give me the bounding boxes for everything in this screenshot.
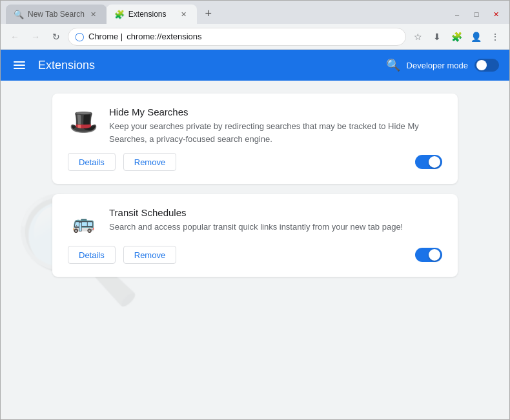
tab-extensions[interactable]: 🧩 Extensions ✕ — [107, 5, 197, 24]
menu-button[interactable]: ⋮ — [486, 28, 504, 46]
minimize-button[interactable]: – — [449, 8, 465, 20]
chrome-icon: ◯ — [75, 32, 85, 41]
transit-schedules-details-button[interactable]: Details — [68, 246, 116, 264]
developer-mode-toggle[interactable] — [474, 59, 499, 72]
hide-my-searches-desc: Keep your searches private by redirectin… — [109, 120, 442, 145]
hamburger-line-1 — [14, 61, 25, 63]
extensions-content: 🔍 FISH.COM 🎩 Hide My Searches Keep your … — [1, 81, 509, 419]
hide-my-searches-toggle-knob — [429, 156, 440, 168]
transit-schedules-icon-wrap: 🚌 — [68, 207, 99, 238]
dev-mode-section: 🔍 Developer mode — [386, 58, 499, 72]
tab-new-tab-search[interactable]: 🔍 New Tab Search ✕ — [6, 5, 107, 24]
transit-schedules-toggle-wrap — [415, 248, 442, 262]
nav-actions: ☆ ⬇ 🧩 👤 ⋮ — [409, 28, 504, 46]
title-bar: 🔍 New Tab Search ✕ 🧩 Extensions ✕ + – □ … — [1, 1, 509, 24]
navigation-bar: ← → ↻ ◯ Chrome | chrome://extensions ☆ ⬇… — [1, 24, 509, 50]
hide-my-searches-icon-wrap: 🎩 — [68, 106, 99, 137]
extensions-header: Extensions 🔍 Developer mode — [1, 50, 509, 81]
tab-search-icon: 🔍 — [14, 10, 24, 19]
maximize-button[interactable]: □ — [468, 8, 485, 20]
address-prefix: Chrome | — [88, 32, 123, 41]
tab-new-tab-search-label: New Tab Search — [28, 10, 85, 19]
transit-schedules-name: Transit Schedules — [109, 207, 442, 218]
hide-my-searches-info: Hide My Searches Keep your searches priv… — [109, 106, 442, 145]
hamburger-menu-button[interactable] — [11, 59, 28, 72]
window-controls: – □ ✕ — [449, 8, 504, 20]
close-button[interactable]: ✕ — [487, 8, 504, 20]
transit-schedules-toggle-knob — [429, 249, 440, 261]
search-extensions-icon[interactable]: 🔍 — [386, 58, 400, 72]
ext-card-top-2: 🚌 Transit Schedules Search and access po… — [68, 207, 442, 238]
back-button[interactable]: ← — [6, 28, 24, 46]
address-bar[interactable]: ◯ Chrome | chrome://extensions — [68, 28, 406, 46]
hide-my-searches-details-button[interactable]: Details — [68, 153, 116, 171]
toggle-knob — [476, 60, 487, 70]
hamburger-line-2 — [14, 65, 25, 66]
downloads-button[interactable]: ⬇ — [428, 28, 446, 46]
tab-new-tab-search-close[interactable]: ✕ — [88, 9, 99, 19]
hide-my-searches-remove-button[interactable]: Remove — [123, 153, 176, 171]
reload-button[interactable]: ↻ — [47, 28, 65, 46]
developer-mode-label: Developer mode — [407, 61, 468, 70]
transit-schedules-desc: Search and access popular transit quick … — [109, 221, 442, 234]
transit-schedules-remove-button[interactable]: Remove — [123, 246, 176, 264]
hide-my-searches-name: Hide My Searches — [109, 106, 442, 117]
profile-button[interactable]: 👤 — [467, 28, 485, 46]
tab-extensions-label: Extensions — [128, 10, 175, 19]
extension-card-transit-schedules: 🚌 Transit Schedules Search and access po… — [52, 194, 458, 277]
ext-card-bottom-1: Details Remove — [68, 153, 442, 171]
forward-button[interactable]: → — [26, 28, 45, 46]
tab-extensions-close[interactable]: ✕ — [179, 9, 189, 19]
new-tab-button[interactable]: + — [199, 5, 218, 23]
hide-my-searches-toggle[interactable] — [415, 155, 442, 169]
tab-extensions-icon: 🧩 — [114, 10, 125, 19]
browser-window: 🔍 New Tab Search ✕ 🧩 Extensions ✕ + – □ … — [0, 0, 510, 420]
extension-card-hide-my-searches: 🎩 Hide My Searches Keep your searches pr… — [52, 94, 458, 184]
hide-my-searches-toggle-wrap — [415, 155, 442, 169]
extensions-title: Extensions — [38, 59, 95, 72]
ext-card-bottom-2: Details Remove — [68, 246, 442, 264]
ext-card-top-1: 🎩 Hide My Searches Keep your searches pr… — [68, 106, 442, 145]
bookmark-button[interactable]: ☆ — [409, 28, 427, 46]
hamburger-line-3 — [14, 68, 25, 69]
hide-my-searches-icon: 🎩 — [69, 108, 98, 135]
transit-schedules-icon: 🚌 — [72, 212, 95, 234]
transit-schedules-info: Transit Schedules Search and access popu… — [109, 207, 442, 234]
transit-schedules-toggle[interactable] — [415, 248, 442, 262]
address-url: chrome://extensions — [127, 32, 201, 41]
extensions-puzzle-button[interactable]: 🧩 — [447, 28, 465, 46]
